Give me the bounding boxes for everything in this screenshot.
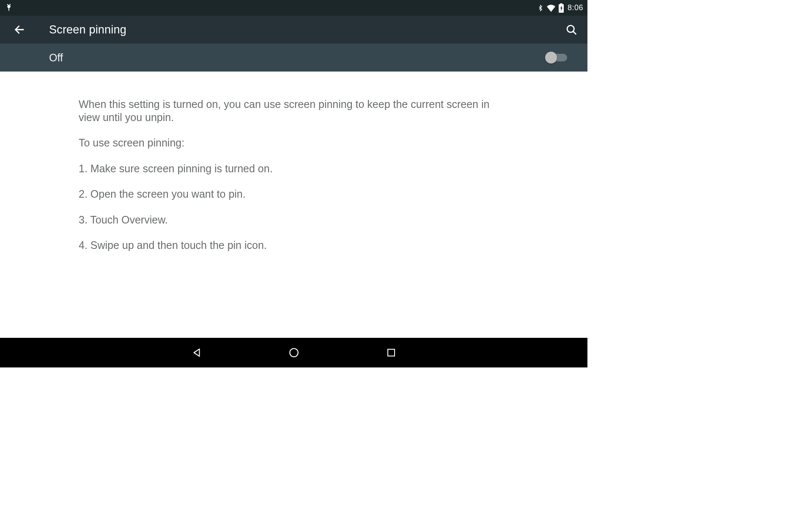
debug-icon xyxy=(4,3,14,13)
nav-back-button[interactable] xyxy=(188,344,205,361)
search-button[interactable] xyxy=(563,21,580,38)
description-howto-heading: To use screen pinning: xyxy=(79,136,509,149)
status-right: 8:06 xyxy=(537,3,583,13)
status-time: 8:06 xyxy=(568,3,583,12)
svg-rect-3 xyxy=(8,8,9,11)
svg-rect-10 xyxy=(388,349,395,356)
search-icon xyxy=(565,24,577,36)
square-overview-icon xyxy=(386,348,396,358)
description-step: 4. Swipe up and then touch the pin icon. xyxy=(79,239,509,252)
svg-point-1 xyxy=(7,4,8,5)
back-button[interactable] xyxy=(11,21,28,38)
svg-point-2 xyxy=(9,4,11,5)
bluetooth-icon xyxy=(537,3,544,13)
status-bar: 8:06 xyxy=(0,0,587,16)
content-area: When this setting is turned on, you can … xyxy=(0,72,587,252)
master-toggle-row[interactable]: Off xyxy=(0,44,587,72)
page-title: Screen pinning xyxy=(49,23,126,36)
nav-overview-button[interactable] xyxy=(383,344,400,361)
description-step: 2. Open the screen you want to pin. xyxy=(79,188,509,201)
triangle-back-icon xyxy=(191,347,202,358)
battery-charging-icon xyxy=(558,3,564,13)
toggle-switch[interactable] xyxy=(546,54,567,61)
svg-point-9 xyxy=(290,348,298,357)
app-bar: Screen pinning xyxy=(0,16,587,44)
description-step: 1. Make sure screen pinning is turned on… xyxy=(79,162,509,175)
nav-home-button[interactable] xyxy=(285,344,302,361)
wifi-icon xyxy=(546,4,556,12)
description-step: 3. Touch Overview. xyxy=(79,213,509,226)
arrow-left-icon xyxy=(14,24,25,36)
svg-rect-5 xyxy=(560,3,562,5)
status-left xyxy=(4,3,14,13)
toggle-switch-knob xyxy=(545,52,557,64)
svg-point-0 xyxy=(7,5,10,8)
toggle-state-label: Off xyxy=(49,52,63,64)
circle-home-icon xyxy=(288,347,299,358)
svg-line-8 xyxy=(573,31,576,34)
navigation-bar xyxy=(0,338,587,367)
description-intro: When this setting is turned on, you can … xyxy=(79,98,509,124)
